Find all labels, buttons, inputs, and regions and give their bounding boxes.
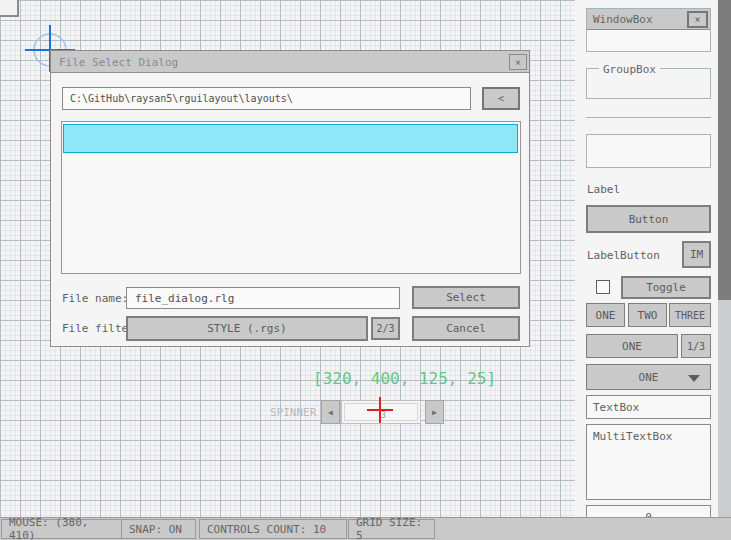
right-arrow-icon: ▶ bbox=[432, 408, 437, 417]
palette-labelbutton[interactable]: LabelButton bbox=[587, 249, 660, 262]
filter-count-badge[interactable]: 2/3 bbox=[371, 317, 400, 340]
palette-scrollbar[interactable] bbox=[718, 0, 731, 517]
palette-toggle[interactable]: Toggle bbox=[621, 276, 711, 299]
origin-marker bbox=[0, 0, 19, 17]
palette-textbox[interactable]: TextBox bbox=[586, 395, 711, 419]
file-listview[interactable] bbox=[61, 121, 521, 274]
palette-togglegroup-three[interactable]: THREE bbox=[669, 303, 711, 327]
palette-button[interactable]: Button bbox=[586, 205, 711, 233]
palette-checkbox[interactable] bbox=[596, 280, 610, 294]
palette-valuebox[interactable]: 0 bbox=[586, 505, 711, 517]
close-icon[interactable]: × bbox=[509, 54, 527, 70]
palette-scrollbar-thumb[interactable] bbox=[718, 0, 731, 300]
windowbox-title: WindowBox bbox=[593, 13, 653, 26]
spinner-label: SPINNER bbox=[270, 406, 316, 419]
groupbox-label: GroupBox bbox=[599, 63, 660, 76]
cursor-value-hint: 3 bbox=[381, 411, 386, 420]
dropdown-label: ONE bbox=[639, 371, 659, 384]
palette-panel[interactable] bbox=[586, 134, 711, 168]
select-button[interactable]: Select bbox=[412, 286, 520, 309]
close-icon[interactable]: × bbox=[687, 11, 708, 28]
palette-line[interactable] bbox=[586, 117, 711, 118]
control-bounds-readout: [320, 400, 125, 25] bbox=[313, 369, 496, 388]
cursor-crosshair-icon bbox=[367, 397, 393, 423]
windowbox-titlebar: WindowBox × bbox=[587, 9, 710, 30]
palette-windowbox[interactable]: WindowBox × bbox=[586, 8, 711, 52]
controls-palette: WindowBox × GroupBox Label Button LabelB… bbox=[575, 0, 718, 517]
palette-imagebutton[interactable]: IM bbox=[682, 241, 711, 268]
left-arrow-icon: ◀ bbox=[328, 408, 333, 417]
palette-combobox[interactable]: ONE bbox=[586, 334, 678, 358]
path-textbox[interactable]: C:\GitHub\raysan5\rguilayout\layouts\ bbox=[62, 87, 471, 110]
dialog-title: File Select Dialog bbox=[59, 56, 178, 69]
palette-multitextbox[interactable]: MultiTextBox bbox=[586, 424, 711, 500]
dialog-titlebar[interactable]: File Select Dialog × bbox=[51, 51, 529, 73]
cancel-button[interactable]: Cancel bbox=[412, 316, 520, 341]
status-bar: MOUSE: (380, 410) SNAP: ON CONTROLS COUN… bbox=[0, 517, 731, 540]
file-name-input[interactable]: file_dialog.rlg bbox=[126, 287, 400, 309]
palette-togglegroup-two[interactable]: TWO bbox=[628, 303, 667, 327]
palette-togglegroup-one[interactable]: ONE bbox=[586, 303, 625, 327]
file-select-dialog-window[interactable]: File Select Dialog × C:\GitHub\raysan5\r… bbox=[50, 50, 530, 347]
palette-groupbox[interactable]: GroupBox bbox=[586, 68, 711, 99]
status-snap: SNAP: ON bbox=[121, 519, 196, 539]
spinner-decrease-button[interactable]: ◀ bbox=[321, 400, 340, 424]
chevron-down-icon bbox=[688, 375, 700, 382]
file-filter-button[interactable]: STYLE (.rgs) bbox=[126, 316, 368, 341]
listview-selected-row[interactable] bbox=[63, 124, 518, 153]
spinner-increase-button[interactable]: ▶ bbox=[425, 400, 444, 424]
back-arrow-icon: < bbox=[498, 93, 504, 104]
palette-dropdownbox[interactable]: ONE bbox=[586, 364, 711, 390]
rguilayout-app: File Select Dialog × C:\GitHub\raysan5\r… bbox=[0, 0, 731, 540]
status-controls-count: CONTROLS COUNT: 10 bbox=[199, 519, 347, 539]
palette-label[interactable]: Label bbox=[587, 183, 620, 196]
back-button[interactable]: < bbox=[482, 87, 520, 110]
palette-combobox-count[interactable]: 1/3 bbox=[681, 334, 711, 358]
status-mouse: MOUSE: (380, 410) bbox=[1, 519, 122, 539]
status-grid-size: GRID SIZE: 5 bbox=[348, 519, 435, 539]
file-name-label: File name: bbox=[62, 292, 128, 305]
